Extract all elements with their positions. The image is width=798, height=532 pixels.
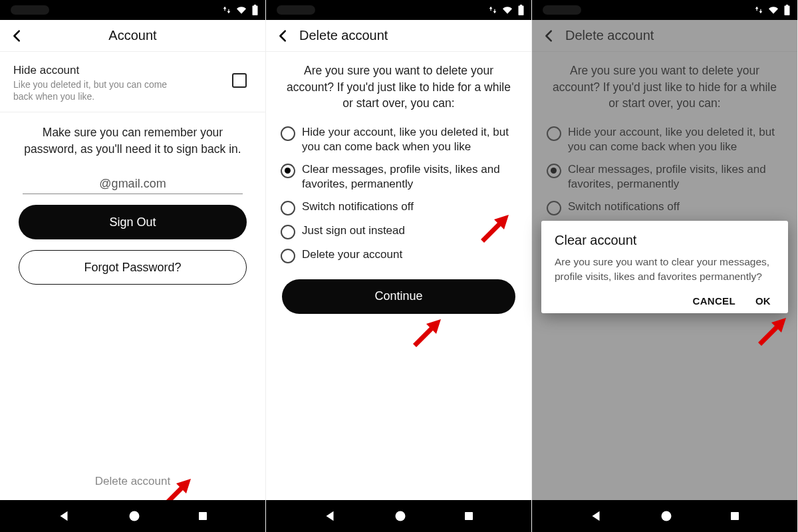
screen-delete-account: Delete account Are you sure you want to …: [266, 0, 532, 532]
continue-button[interactable]: Continue: [282, 279, 515, 314]
status-pill: [277, 5, 315, 15]
screen-clear-modal: Delete account Are you sure you want to …: [532, 0, 798, 532]
ok-button[interactable]: OK: [755, 295, 771, 307]
hide-account-row[interactable]: Hide account Like you deleted it, but yo…: [0, 52, 265, 112]
forgot-password-button[interactable]: Forgot Password?: [19, 250, 247, 285]
status-bar: [266, 0, 531, 20]
nav-back-icon[interactable]: [57, 509, 71, 523]
svg-point-0: [129, 511, 139, 521]
page-title: Account: [31, 28, 235, 43]
updown-icon: [488, 5, 497, 15]
android-navbar: [532, 500, 797, 532]
clear-account-modal: Clear account Are you sure you want to c…: [541, 221, 788, 313]
radio-icon: [281, 249, 295, 263]
page-title: Delete account: [299, 28, 527, 43]
nav-recent-icon[interactable]: [463, 510, 475, 522]
content: Are you sure you want to delete your acc…: [266, 52, 531, 500]
nav-home-icon[interactable]: [660, 509, 673, 523]
sign-out-button[interactable]: Sign Out: [19, 205, 247, 239]
nav-back-icon[interactable]: [589, 509, 603, 523]
android-navbar: [266, 500, 531, 532]
svg-point-4: [661, 511, 671, 521]
header: Delete account: [266, 20, 531, 52]
radio-icon: [281, 225, 295, 239]
svg-rect-5: [731, 512, 739, 520]
status-pill: [11, 5, 49, 15]
header: Account: [0, 20, 265, 52]
arrow-annotation: [410, 314, 443, 347]
svg-rect-3: [465, 512, 473, 520]
radio-icon: [281, 201, 295, 215]
content: Hide account Like you deleted it, but yo…: [0, 52, 265, 500]
hide-account-title: Hide account: [13, 64, 232, 77]
wifi-icon: [235, 5, 247, 15]
radio-icon: [281, 164, 295, 178]
option-delete[interactable]: Delete your account: [266, 243, 531, 267]
nav-recent-icon[interactable]: [729, 510, 741, 522]
updown-icon: [754, 5, 763, 15]
arrow-annotation: [755, 313, 788, 346]
battery-icon: [517, 5, 525, 15]
email-underline: [23, 194, 243, 194]
option-hide[interactable]: Hide your account, like you deleted it, …: [266, 121, 531, 158]
updown-icon: [222, 5, 231, 15]
status-pill: [543, 5, 581, 15]
hide-account-sub: Like you deleted it, but you can come ba…: [13, 78, 186, 102]
modal-actions: CANCEL OK: [555, 295, 775, 307]
chevron-left-icon: [276, 29, 291, 43]
modal-title: Clear account: [555, 233, 775, 248]
wifi-icon: [501, 5, 513, 15]
nav-recent-icon[interactable]: [197, 510, 209, 522]
remember-password-text: Make sure you can remember your password…: [0, 112, 265, 164]
option-clear[interactable]: Clear messages, profile visits, likes an…: [266, 158, 531, 196]
android-navbar: [0, 500, 265, 532]
hide-account-checkbox[interactable]: [232, 73, 247, 88]
arrow-annotation: [160, 473, 193, 500]
delete-prompt: Are you sure you want to delete your acc…: [266, 52, 531, 121]
email-field[interactable]: @gmail.com: [0, 164, 265, 192]
nav-home-icon[interactable]: [128, 509, 141, 523]
screen-account: Account Hide account Like you deleted it…: [0, 0, 266, 532]
chevron-left-icon: [10, 29, 25, 43]
nav-home-icon[interactable]: [394, 509, 407, 523]
delete-account-link[interactable]: Delete account: [0, 475, 265, 488]
back-button[interactable]: [4, 23, 31, 49]
battery-icon: [251, 5, 259, 15]
modal-body: Are you sure you want to clear your mess…: [555, 255, 775, 283]
radio-icon: [281, 126, 295, 141]
wifi-icon: [767, 5, 779, 15]
arrow-annotation: [477, 209, 511, 243]
status-bar: [532, 0, 797, 20]
cancel-button[interactable]: CANCEL: [693, 295, 735, 307]
status-bar: [0, 0, 265, 20]
nav-back-icon[interactable]: [323, 509, 337, 523]
battery-icon: [783, 5, 791, 15]
svg-rect-1: [199, 512, 207, 520]
back-button[interactable]: [270, 23, 297, 49]
svg-point-2: [395, 511, 405, 521]
